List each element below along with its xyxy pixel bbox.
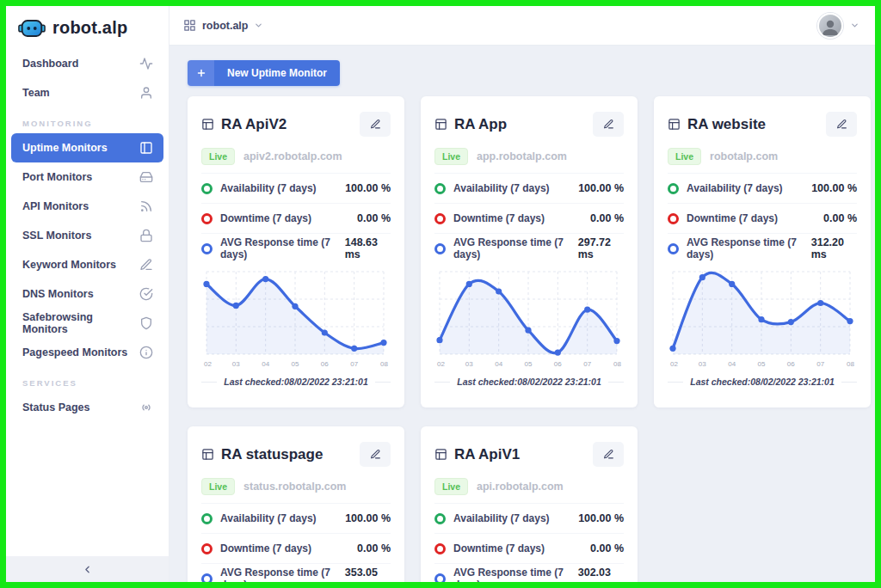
- shield-icon: [139, 316, 153, 330]
- sidebar-item-uptime-monitors[interactable]: Uptime Monitors: [11, 133, 163, 162]
- sidebar-item-port-monitors[interactable]: Port Monitors: [11, 162, 163, 192]
- metric-value: 0.00 %: [357, 542, 391, 554]
- svg-text:07: 07: [350, 360, 358, 368]
- new-uptime-monitor-label: New Uptime Monitor: [214, 60, 340, 86]
- monitor-title: RA website: [687, 116, 766, 133]
- svg-text:06: 06: [787, 360, 795, 368]
- metric-row-downtime: Downtime (7 days)0.00 %: [201, 533, 391, 563]
- top-header: robot.alp: [169, 6, 875, 46]
- metric-label: AVG Response time (7 days): [220, 236, 345, 260]
- blue-ring-icon: [201, 573, 213, 583]
- metric-row-downtime: Downtime (7 days)0.00 %: [434, 533, 624, 563]
- metric-label: AVG Response time (7 days): [453, 567, 578, 582]
- response-time-chart: 02030405060708: [201, 266, 391, 370]
- sidebar-item-dashboard[interactable]: Dashboard: [11, 49, 163, 78]
- edit-monitor-button[interactable]: [360, 442, 391, 467]
- workspace-switcher[interactable]: robot.alp: [183, 19, 263, 32]
- sidebar-item-ssl-monitors[interactable]: SSL Monitors: [11, 221, 163, 250]
- activity-icon: [139, 57, 153, 70]
- sidebar-item-pagespeed-monitors[interactable]: Pagespeed Monitors: [11, 338, 163, 367]
- user-menu[interactable]: [817, 13, 859, 39]
- last-checked-text: Last checked:08/02/2022 23:21:01: [217, 377, 375, 387]
- hard-drive-icon: [139, 170, 153, 184]
- blue-ring-icon: [434, 243, 446, 254]
- sidebar-section-label: SERVICES: [6, 367, 169, 393]
- metric-row-downtime: Downtime (7 days)0.00 %: [668, 203, 857, 233]
- main-area: robot.alp New Uptime Monitor: [169, 6, 875, 582]
- monitor-title: RA ApiV1: [454, 446, 520, 463]
- edit-monitor-button[interactable]: [360, 112, 391, 137]
- status-badge: Live: [434, 148, 468, 165]
- metric-label: Availability (7 days): [453, 512, 550, 524]
- metric-value: 0.00 %: [590, 542, 624, 554]
- metrics-list: Availability (7 days)100.00 %Downtime (7…: [434, 503, 624, 582]
- sidebar-item-status-pages[interactable]: Status Pages: [11, 393, 163, 422]
- svg-text:04: 04: [262, 360, 269, 368]
- collapse-sidebar-button[interactable]: [71, 559, 105, 579]
- metric-row-avg: AVG Response time (7 days)297.72 ms: [434, 233, 624, 263]
- new-uptime-monitor-button[interactable]: New Uptime Monitor: [188, 60, 340, 86]
- blue-ring-icon: [434, 573, 446, 583]
- last-checked-row: Last checked:08/02/2022 23:21:01: [434, 377, 624, 387]
- metric-label: Availability (7 days): [220, 182, 317, 194]
- svg-text:06: 06: [321, 360, 329, 368]
- blue-ring-icon: [668, 243, 679, 254]
- metric-label: Downtime (7 days): [453, 212, 545, 224]
- monitor-title: RA ApiV2: [221, 116, 286, 133]
- status-badge: Live: [668, 148, 701, 165]
- sidebar-panel-icon: [139, 141, 153, 155]
- metric-value: 100.00 %: [578, 512, 624, 524]
- monitor-domain: status.robotalp.com: [243, 481, 346, 493]
- sidebar-item-team[interactable]: Team: [11, 78, 163, 107]
- metric-value: 0.00 %: [823, 212, 857, 224]
- sidebar-item-safebrowsing-monitors[interactable]: Safebrowsing Monitors: [11, 309, 163, 338]
- green-ring-icon: [668, 183, 679, 194]
- metric-label: Downtime (7 days): [687, 212, 778, 224]
- red-ring-icon: [668, 213, 679, 224]
- status-badge: Live: [434, 478, 468, 495]
- metric-label: AVG Response time (7 days): [220, 567, 345, 582]
- svg-text:05: 05: [525, 360, 533, 368]
- status-badge: Live: [201, 148, 235, 165]
- sidebar-item-api-monitors[interactable]: API Monitors: [11, 192, 163, 221]
- red-ring-icon: [434, 543, 446, 554]
- sidebar-section-label: MONITORING: [6, 107, 169, 133]
- logo-text: robot.alp: [52, 18, 127, 38]
- grid-icon: [183, 19, 196, 32]
- monitor-window-icon: [201, 448, 214, 461]
- red-ring-icon: [201, 213, 213, 224]
- monitor-card-ra-website: RA website Live robotalp.com Availabilit…: [654, 96, 871, 407]
- metric-value: 148.63 ms: [345, 236, 391, 260]
- metric-row-availability: Availability (7 days)100.00 %: [434, 173, 624, 203]
- pencil-icon: [603, 449, 614, 460]
- app-frame: robot.alp Dashboard Team MONITORING Upti…: [0, 0, 881, 588]
- sidebar-item-dns-monitors[interactable]: DNS Monitors: [11, 279, 163, 309]
- metric-label: Downtime (7 days): [220, 542, 311, 554]
- sidebar-nav: Dashboard Team MONITORING Uptime Monitor…: [6, 47, 169, 422]
- metric-value: 302.03 ms: [578, 567, 624, 582]
- metric-row-availability: Availability (7 days)100.00 %: [434, 503, 624, 533]
- svg-text:07: 07: [816, 360, 824, 368]
- metrics-list: Availability (7 days)100.00 %Downtime (7…: [201, 173, 391, 263]
- svg-text:03: 03: [232, 360, 240, 368]
- metric-row-avg: AVG Response time (7 days)353.05 ms: [201, 563, 391, 582]
- chevron-left-icon: [82, 564, 93, 575]
- metric-value: 100.00 %: [578, 182, 624, 194]
- metric-row-downtime: Downtime (7 days)0.00 %: [434, 203, 624, 233]
- monitor-card-ra-apiv1: RA ApiV1 Live api.robotalp.com Availabil…: [421, 426, 638, 582]
- chevron-down-icon: [850, 21, 859, 30]
- metric-value: 100.00 %: [345, 512, 391, 524]
- metric-value: 0.00 %: [590, 212, 624, 224]
- metric-value: 100.00 %: [345, 182, 391, 194]
- logo[interactable]: robot.alp: [6, 6, 169, 47]
- edit-monitor-button[interactable]: [593, 442, 624, 467]
- monitor-title: RA App: [454, 116, 507, 133]
- monitor-card-ra-apiv2: RA ApiV2 Live apiv2.robotalp.com Availab…: [188, 96, 404, 407]
- last-checked-text: Last checked:08/02/2022 23:21:01: [683, 377, 841, 387]
- edit-monitor-button[interactable]: [826, 112, 857, 137]
- svg-text:08: 08: [613, 360, 621, 368]
- svg-text:08: 08: [847, 360, 854, 368]
- edit-monitor-button[interactable]: [593, 112, 624, 137]
- sidebar-item-keyword-monitors[interactable]: Keyword Monitors: [11, 250, 163, 279]
- svg-text:03: 03: [465, 360, 473, 368]
